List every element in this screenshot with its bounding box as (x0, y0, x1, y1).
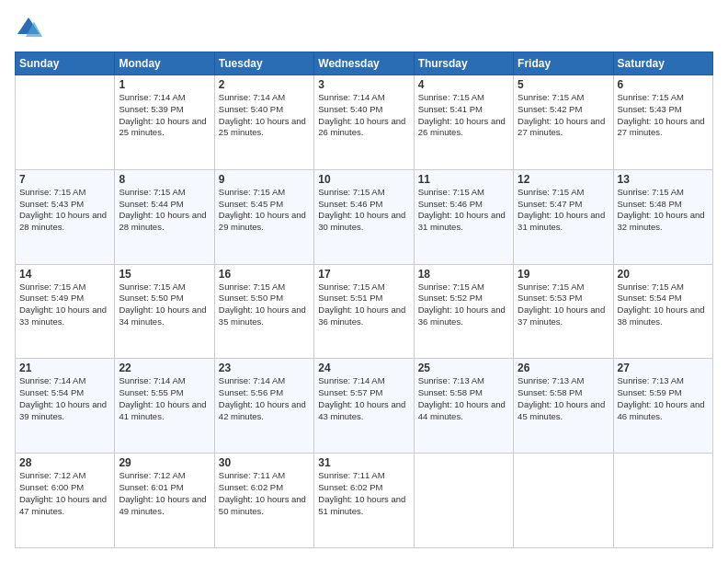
calendar-weekday-thursday: Thursday (414, 52, 513, 75)
calendar-weekday-tuesday: Tuesday (214, 52, 313, 75)
calendar-week-2: 7Sunrise: 7:15 AMSunset: 5:43 PMDaylight… (16, 169, 713, 264)
day-info: Sunrise: 7:14 AMSunset: 5:57 PMDaylight:… (318, 375, 409, 422)
calendar-cell: 5Sunrise: 7:15 AMSunset: 5:42 PMDaylight… (514, 75, 613, 170)
calendar-cell: 21Sunrise: 7:14 AMSunset: 5:54 PMDayligh… (16, 359, 115, 454)
calendar-cell: 1Sunrise: 7:14 AMSunset: 5:39 PMDaylight… (115, 75, 214, 170)
day-info: Sunrise: 7:15 AMSunset: 5:50 PMDaylight:… (219, 282, 310, 328)
day-number: 2 (219, 78, 310, 91)
day-info: Sunrise: 7:15 AMSunset: 5:54 PMDaylight:… (618, 282, 709, 328)
calendar-week-5: 28Sunrise: 7:12 AMSunset: 6:00 PMDayligh… (16, 454, 713, 548)
day-info: Sunrise: 7:14 AMSunset: 5:55 PMDaylight:… (119, 375, 210, 422)
calendar-cell: 31Sunrise: 7:11 AMSunset: 6:02 PMDayligh… (314, 454, 414, 548)
day-info: Sunrise: 7:15 AMSunset: 5:43 PMDaylight:… (19, 187, 110, 234)
calendar-cell: 13Sunrise: 7:15 AMSunset: 5:48 PMDayligh… (613, 169, 712, 264)
day-number: 16 (219, 268, 310, 281)
day-info: Sunrise: 7:15 AMSunset: 5:48 PMDaylight:… (618, 187, 709, 234)
calendar-cell: 11Sunrise: 7:15 AMSunset: 5:46 PMDayligh… (414, 169, 513, 264)
calendar-cell: 14Sunrise: 7:15 AMSunset: 5:49 PMDayligh… (16, 264, 115, 359)
day-info: Sunrise: 7:14 AMSunset: 5:40 PMDaylight:… (318, 92, 409, 139)
day-info: Sunrise: 7:15 AMSunset: 5:49 PMDaylight:… (19, 282, 110, 328)
calendar-week-1: 1Sunrise: 7:14 AMSunset: 5:39 PMDaylight… (16, 75, 713, 170)
day-number: 12 (518, 173, 609, 186)
day-info: Sunrise: 7:13 AMSunset: 5:58 PMDaylight:… (418, 375, 509, 422)
calendar-cell: 18Sunrise: 7:15 AMSunset: 5:52 PMDayligh… (414, 264, 513, 359)
day-info: Sunrise: 7:15 AMSunset: 5:46 PMDaylight:… (418, 187, 509, 234)
day-info: Sunrise: 7:14 AMSunset: 5:40 PMDaylight:… (219, 92, 310, 139)
calendar-cell: 28Sunrise: 7:12 AMSunset: 6:00 PMDayligh… (16, 454, 115, 548)
calendar-week-3: 14Sunrise: 7:15 AMSunset: 5:49 PMDayligh… (16, 264, 713, 359)
day-number: 26 (518, 362, 609, 374)
calendar-cell: 22Sunrise: 7:14 AMSunset: 5:55 PMDayligh… (115, 359, 214, 454)
day-number: 5 (518, 78, 609, 91)
day-number: 30 (219, 456, 310, 469)
header (15, 15, 713, 42)
day-info: Sunrise: 7:15 AMSunset: 5:50 PMDaylight:… (119, 282, 210, 328)
calendar-cell: 6Sunrise: 7:15 AMSunset: 5:43 PMDaylight… (613, 75, 712, 170)
calendar-weekday-wednesday: Wednesday (314, 52, 414, 75)
calendar-cell: 24Sunrise: 7:14 AMSunset: 5:57 PMDayligh… (314, 359, 414, 454)
calendar-weekday-saturday: Saturday (613, 52, 712, 75)
day-number: 28 (19, 456, 110, 469)
day-number: 23 (219, 362, 310, 374)
calendar-cell: 30Sunrise: 7:11 AMSunset: 6:02 PMDayligh… (214, 454, 313, 548)
day-info: Sunrise: 7:11 AMSunset: 6:02 PMDaylight:… (219, 470, 310, 517)
calendar-table: SundayMondayTuesdayWednesdayThursdayFrid… (15, 52, 713, 548)
calendar-weekday-sunday: Sunday (16, 52, 115, 75)
day-info: Sunrise: 7:15 AMSunset: 5:43 PMDaylight:… (618, 92, 709, 139)
day-number: 4 (418, 78, 509, 91)
calendar-cell (613, 454, 712, 548)
calendar-cell: 26Sunrise: 7:13 AMSunset: 5:58 PMDayligh… (514, 359, 613, 454)
day-info: Sunrise: 7:15 AMSunset: 5:45 PMDaylight:… (219, 187, 310, 234)
day-info: Sunrise: 7:15 AMSunset: 5:42 PMDaylight:… (518, 92, 609, 139)
day-number: 17 (318, 268, 409, 281)
calendar-cell: 2Sunrise: 7:14 AMSunset: 5:40 PMDaylight… (214, 75, 313, 170)
calendar-cell (514, 454, 613, 548)
day-info: Sunrise: 7:13 AMSunset: 5:59 PMDaylight:… (618, 375, 709, 422)
calendar-cell: 17Sunrise: 7:15 AMSunset: 5:51 PMDayligh… (314, 264, 414, 359)
day-number: 18 (418, 268, 509, 281)
calendar-cell: 3Sunrise: 7:14 AMSunset: 5:40 PMDaylight… (314, 75, 414, 170)
day-number: 6 (618, 78, 709, 91)
day-info: Sunrise: 7:11 AMSunset: 6:02 PMDaylight:… (318, 470, 409, 517)
day-info: Sunrise: 7:14 AMSunset: 5:56 PMDaylight:… (219, 375, 310, 422)
day-info: Sunrise: 7:15 AMSunset: 5:51 PMDaylight:… (318, 282, 409, 328)
calendar-cell: 27Sunrise: 7:13 AMSunset: 5:59 PMDayligh… (613, 359, 712, 454)
day-number: 1 (119, 78, 210, 91)
day-info: Sunrise: 7:12 AMSunset: 6:01 PMDaylight:… (119, 470, 210, 517)
calendar-cell: 8Sunrise: 7:15 AMSunset: 5:44 PMDaylight… (115, 169, 214, 264)
day-number: 11 (418, 173, 509, 186)
calendar-cell: 12Sunrise: 7:15 AMSunset: 5:47 PMDayligh… (514, 169, 613, 264)
calendar-cell: 15Sunrise: 7:15 AMSunset: 5:50 PMDayligh… (115, 264, 214, 359)
day-number: 14 (19, 268, 110, 281)
day-number: 3 (318, 78, 409, 91)
day-info: Sunrise: 7:15 AMSunset: 5:53 PMDaylight:… (518, 282, 609, 328)
calendar-cell: 19Sunrise: 7:15 AMSunset: 5:53 PMDayligh… (514, 264, 613, 359)
calendar-weekday-monday: Monday (115, 52, 214, 75)
calendar-cell (414, 454, 513, 548)
calendar-week-4: 21Sunrise: 7:14 AMSunset: 5:54 PMDayligh… (16, 359, 713, 454)
day-number: 13 (618, 173, 709, 186)
day-number: 9 (219, 173, 310, 186)
day-number: 21 (19, 362, 110, 374)
day-number: 7 (19, 173, 110, 186)
day-info: Sunrise: 7:12 AMSunset: 6:00 PMDaylight:… (19, 470, 110, 517)
day-number: 31 (318, 456, 409, 469)
day-info: Sunrise: 7:15 AMSunset: 5:46 PMDaylight:… (318, 187, 409, 234)
day-info: Sunrise: 7:15 AMSunset: 5:41 PMDaylight:… (418, 92, 509, 139)
day-number: 19 (518, 268, 609, 281)
day-number: 15 (119, 268, 210, 281)
day-info: Sunrise: 7:15 AMSunset: 5:44 PMDaylight:… (119, 187, 210, 234)
day-number: 24 (318, 362, 409, 374)
calendar-cell: 4Sunrise: 7:15 AMSunset: 5:41 PMDaylight… (414, 75, 513, 170)
calendar-header-row: SundayMondayTuesdayWednesdayThursdayFrid… (16, 52, 713, 75)
page: SundayMondayTuesdayWednesdayThursdayFrid… (0, 0, 728, 563)
day-number: 27 (618, 362, 709, 374)
day-number: 20 (618, 268, 709, 281)
day-number: 22 (119, 362, 210, 374)
calendar-cell (16, 75, 115, 170)
day-info: Sunrise: 7:13 AMSunset: 5:58 PMDaylight:… (518, 375, 609, 422)
calendar-cell: 20Sunrise: 7:15 AMSunset: 5:54 PMDayligh… (613, 264, 712, 359)
day-info: Sunrise: 7:14 AMSunset: 5:54 PMDaylight:… (19, 375, 110, 422)
day-info: Sunrise: 7:15 AMSunset: 5:47 PMDaylight:… (518, 187, 609, 234)
calendar-cell: 25Sunrise: 7:13 AMSunset: 5:58 PMDayligh… (414, 359, 513, 454)
